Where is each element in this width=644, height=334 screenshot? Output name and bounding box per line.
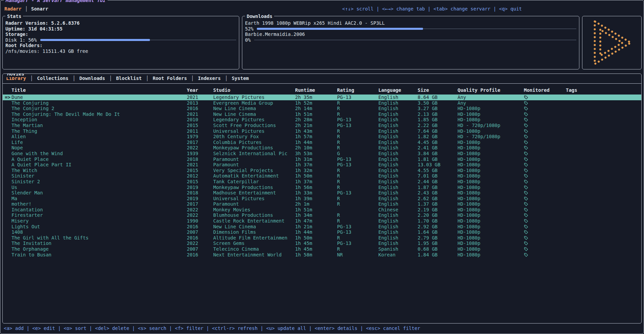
cell-runtime: 1h 43m: [295, 128, 337, 134]
cell-monitored: [524, 224, 566, 230]
tab-root-folders[interactable]: Root Folders: [153, 76, 187, 81]
cell-monitored: [524, 100, 566, 106]
cell-language: English: [378, 134, 418, 140]
table-row[interactable]: 1408 2007 Dimension Films 1h 44m PG-13 E…: [3, 229, 641, 235]
col-monitored: Monitored: [524, 87, 566, 93]
tab-separator: │: [225, 76, 227, 81]
table-row[interactable]: Firestarter 2022 Blumhouse Productions 1…: [3, 212, 641, 218]
tab-collections[interactable]: Collections: [37, 76, 68, 81]
download-item-progress: 0%: [245, 37, 576, 43]
table-row[interactable]: The Girl with All the Gifts 2016 Altitud…: [3, 235, 641, 241]
table-row[interactable]: The Orphanage 2007 Telecinco Cinema 1h 4…: [3, 246, 641, 252]
table-row[interactable]: Life 2017 Columbia Pictures 1h 44m R Eng…: [3, 140, 641, 145]
tab-blocklist[interactable]: Blocklist: [116, 76, 142, 81]
root-folders-heading: Root Folders:: [5, 43, 236, 48]
cell-quality: HD-1080p: [458, 128, 524, 134]
cell-title: The Conjuring: [12, 100, 187, 106]
table-row[interactable]: A Quiet Place Part II 2021 Paramount 1h …: [3, 162, 641, 168]
cell-size: 4.55 GB: [418, 168, 458, 173]
cell-year: 2021: [187, 95, 213, 100]
cell-monitored: [524, 151, 566, 156]
table-row[interactable]: Ma 2019 Universal Pictures 1h 39m R Engl…: [3, 196, 641, 202]
table-row[interactable]: Lights Out 2016 New Line Cinema 1h 21m P…: [3, 224, 641, 230]
table-row[interactable]: Alien 1979 20th Century Fox 1h 57m R Eng…: [3, 134, 641, 140]
cell-year: 2016: [187, 106, 213, 111]
cell-size: 2.22 GB: [418, 123, 458, 128]
cell-title: The Invitation: [12, 241, 187, 246]
tab-indexers[interactable]: Indexers: [198, 76, 221, 81]
cell-quality: HD - 720p/1080p: [458, 134, 524, 140]
tab-separator: │: [191, 76, 194, 81]
table-row[interactable]: The Conjuring 2 2016 New Line Cinema 2h …: [3, 106, 641, 111]
download-item-title: Barbie.Mermaidia.2006: [245, 32, 576, 37]
table-row[interactable]: Gone with the Wind 1939 Selznick Interna…: [3, 151, 641, 156]
col-studio: Studio: [213, 87, 295, 93]
tab-system[interactable]: System: [232, 76, 249, 81]
movies-tabs: Library│Collections│Downloads│Blocklist│…: [3, 74, 641, 84]
table-row[interactable]: The Conjuring 2013 Evergreen Media Group…: [3, 100, 641, 106]
cell-studio: Screen Gems: [213, 241, 295, 246]
cell-studio: Very Special Projects: [213, 168, 295, 173]
table-row[interactable]: Misery 1990 Castle Rock Entertainment 1h…: [3, 218, 641, 224]
table-row[interactable]: The Witch 2015 Very Special Projects 1h …: [3, 168, 641, 173]
table-row[interactable]: Incantation 2022 Monkey Movies 1h 51m Ch…: [3, 207, 641, 213]
cell-size: 7.01 GB: [418, 173, 458, 179]
cell-monitored: [524, 246, 566, 252]
monitored-tag-icon: [524, 95, 528, 100]
cell-year: 2017: [187, 140, 213, 145]
monitored-tag-icon: [524, 134, 528, 139]
table-row[interactable]: mother! 2017 Paramount 2h 1m R English 1…: [3, 201, 641, 207]
cell-title: Nope: [12, 145, 187, 151]
cell-language: English: [378, 145, 418, 151]
cell-title: Firestarter: [12, 212, 187, 218]
table-row[interactable]: Train to Busan 2016 Next Entertainment W…: [3, 252, 641, 258]
table-row[interactable]: => Dune 2021 Legendary Pictures 2h 35m P…: [3, 95, 641, 100]
table-row[interactable]: Inception 2010 Legendary Pictures 2h 28m…: [3, 117, 641, 123]
cell-studio: Monkey Movies: [213, 207, 295, 213]
cell-monitored: [524, 185, 566, 190]
cell-size: 2.13 GB: [418, 111, 458, 117]
cell-monitored: [524, 179, 566, 185]
cell-size: 3.50 GB: [418, 100, 458, 106]
cell-rating: R: [337, 128, 378, 134]
col-year: Year: [187, 87, 213, 93]
monitored-tag-icon: [524, 157, 528, 162]
cell-studio: 20th Century Fox: [213, 134, 295, 140]
download-item-progress: 52%: [245, 26, 576, 32]
servarr-tab-radarr[interactable]: Radarr: [4, 6, 22, 12]
storage-heading: Storage:: [5, 32, 236, 37]
servarr-tabs: Radarr │ Sonarr: [4, 6, 48, 12]
table-row[interactable]: A Quiet Place 2018 Paramount 1h 31m PG-1…: [3, 156, 641, 162]
cell-quality: HD-1080p: [458, 162, 524, 168]
cell-quality: HD-1080p: [458, 212, 524, 218]
tab-downloads[interactable]: Downloads: [80, 76, 105, 81]
table-row[interactable]: The Invitation 2022 Screen Gems 1h 45m P…: [3, 241, 641, 246]
tab-separator: │: [25, 6, 28, 12]
table-row[interactable]: Nope 2022 Monkeypaw Productions 2h 10m R…: [3, 145, 641, 151]
cell-year: 2018: [187, 156, 213, 162]
cell-quality: HD-1080p: [458, 207, 524, 213]
cell-runtime: 1h 50m: [295, 235, 337, 241]
cell-year: 2022: [187, 145, 213, 151]
table-row[interactable]: Sinister 2 2015 Tank Caterpillar 1h 37m …: [3, 179, 641, 185]
cell-size: 8.64 GB: [418, 95, 458, 100]
cell-title: Life: [12, 140, 187, 145]
table-row[interactable]: The Conjuring: The Devil Made Me Do It 2…: [3, 111, 641, 117]
monitored-tag-icon: [524, 112, 528, 117]
table-row[interactable]: Us 2019 Monkeypaw Productions 1h 56m R E…: [3, 185, 641, 190]
table-row[interactable]: The Thing 2011 Universal Pictures 1h 43m…: [3, 128, 641, 134]
cell-language: English: [378, 185, 418, 190]
table-row[interactable]: Sinister 2012 Automatik Entertainment 1h…: [3, 173, 641, 179]
cell-runtime: 1h 37m: [295, 162, 337, 168]
cell-year: 2010: [187, 117, 213, 123]
monitored-tag-icon: [524, 230, 528, 234]
monitored-tag-icon: [524, 180, 528, 184]
table-row[interactable]: Slender Man 2018 Madhouse Entertainment …: [3, 190, 641, 196]
servarr-tab-sonarr[interactable]: Sonarr: [31, 6, 48, 12]
cell-runtime: 2h 1m: [295, 201, 337, 207]
cell-rating: R: [337, 185, 378, 190]
cell-monitored: [524, 218, 566, 224]
table-row[interactable]: The Martian 2015 Scott Free Productions …: [3, 123, 641, 128]
cell-rating: PG-13: [337, 162, 378, 168]
cell-year: 2015: [187, 123, 213, 128]
